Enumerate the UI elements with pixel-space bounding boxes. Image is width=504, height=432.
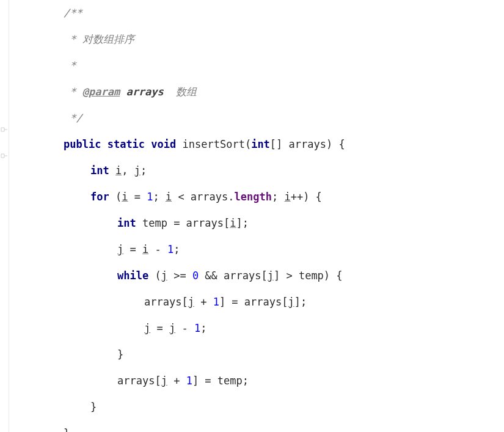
code-area[interactable]: /** * 对数组排序 * * @param arrays 数组 */publi…	[12, 0, 345, 432]
code-token: ,	[122, 158, 134, 184]
code-token: while	[117, 263, 148, 289]
code-line[interactable]: int temp = arrays[i];	[12, 210, 345, 236]
editor-gutter	[0, 0, 9, 432]
code-token: j	[169, 315, 175, 342]
code-token: 1	[186, 368, 192, 394]
code-token: /**	[64, 0, 82, 26]
code-line[interactable]: arrays[j + 1] = arrays[j];	[12, 289, 345, 315]
code-token: j	[268, 263, 274, 289]
code-token: ] = arrays[	[219, 289, 288, 315]
code-line[interactable]: */	[12, 105, 345, 131]
code-token: +	[167, 368, 186, 394]
code-token: j	[288, 289, 294, 315]
code-line[interactable]: arrays[j + 1] = temp;	[12, 368, 345, 394]
code-token: -	[175, 315, 194, 342]
code-token: }	[117, 342, 123, 368]
code-token: length	[235, 184, 272, 210]
code-token: 数组	[164, 79, 197, 105]
code-line[interactable]: while (j >= 0 && arrays[j] > temp) {	[12, 263, 345, 289]
code-token: (	[148, 263, 161, 289]
code-token: j	[144, 315, 150, 342]
code-token	[145, 131, 151, 158]
code-token: }	[64, 420, 70, 432]
code-token: [] arrays) {	[270, 131, 345, 158]
code-token: j	[161, 263, 167, 289]
code-token: i	[166, 184, 172, 210]
code-token: ];	[294, 289, 307, 315]
code-line[interactable]: }	[12, 342, 345, 368]
code-line[interactable]: j = i - 1;	[12, 236, 345, 263]
code-token: j	[134, 158, 141, 184]
code-line[interactable]: * @param arrays 数组	[12, 79, 345, 105]
code-token: * 对数组排序	[64, 26, 134, 53]
code-token: int	[251, 131, 270, 158]
code-token: ] > temp) {	[274, 263, 343, 289]
code-token: arrays	[126, 79, 163, 105]
code-line[interactable]: }	[12, 420, 345, 432]
code-token: i	[284, 184, 290, 210]
code-token: =	[150, 315, 169, 342]
code-line[interactable]: }	[12, 394, 345, 420]
code-token: =	[123, 236, 142, 263]
code-line[interactable]: /**	[12, 0, 345, 26]
code-token: 1	[213, 289, 219, 315]
code-editor[interactable]: /** * 对数组排序 * * @param arrays 数组 */publi…	[0, 0, 504, 432]
code-token	[176, 131, 182, 158]
code-token: arrays[	[144, 289, 188, 315]
code-token: =	[128, 184, 147, 210]
code-token: public	[64, 131, 101, 158]
code-token: && arrays[	[199, 263, 268, 289]
fold-marker-icon[interactable]	[0, 126, 9, 135]
code-token: 1	[167, 236, 173, 263]
code-token: for	[90, 184, 109, 210]
code-token: ;	[173, 236, 180, 263]
code-token: }	[90, 394, 97, 420]
code-token: void	[151, 131, 176, 158]
code-token: *	[64, 79, 82, 105]
code-token: int	[117, 210, 136, 236]
code-token: j	[161, 368, 167, 394]
code-token: i	[142, 236, 148, 263]
code-line[interactable]: int i, j;	[12, 158, 345, 184]
code-token: i	[230, 210, 236, 236]
code-token: 1	[147, 184, 153, 210]
code-token: ;	[141, 158, 147, 184]
code-token: ;	[272, 184, 284, 210]
code-token: ;	[200, 315, 206, 342]
code-token: ;	[153, 184, 165, 210]
code-token: i	[122, 184, 128, 210]
code-token: ++) {	[291, 184, 322, 210]
code-token: j	[117, 236, 123, 263]
code-token: ];	[236, 210, 249, 236]
code-token: static	[108, 131, 145, 158]
code-token: +	[194, 289, 213, 315]
code-token: j	[188, 289, 194, 315]
code-line[interactable]: j = j - 1;	[12, 315, 345, 342]
code-token: temp = arrays[	[136, 210, 230, 236]
code-token: *	[64, 53, 76, 79]
code-token: int	[90, 158, 109, 184]
code-token: 0	[192, 263, 199, 289]
fold-marker-icon[interactable]	[0, 153, 9, 161]
code-token: -	[148, 236, 167, 263]
code-line[interactable]: *	[12, 53, 345, 79]
code-line[interactable]: for (i = 1; i < arrays.length; i++) {	[12, 184, 345, 210]
code-token	[109, 158, 115, 184]
code-token: (	[109, 184, 122, 210]
code-token: ] = temp;	[192, 368, 249, 394]
code-token	[101, 131, 107, 158]
code-line[interactable]: * 对数组排序	[12, 26, 345, 53]
code-token: insertSort(	[183, 131, 252, 158]
code-token: >=	[167, 263, 192, 289]
code-token: 1	[194, 315, 200, 342]
code-token	[120, 79, 126, 105]
code-token: */	[64, 105, 82, 131]
code-token: arrays[	[117, 368, 161, 394]
code-line[interactable]: public static void insertSort(int[] arra…	[12, 131, 345, 158]
code-token: i	[115, 158, 122, 184]
code-token: @param	[82, 79, 120, 105]
code-token: < arrays.	[172, 184, 234, 210]
